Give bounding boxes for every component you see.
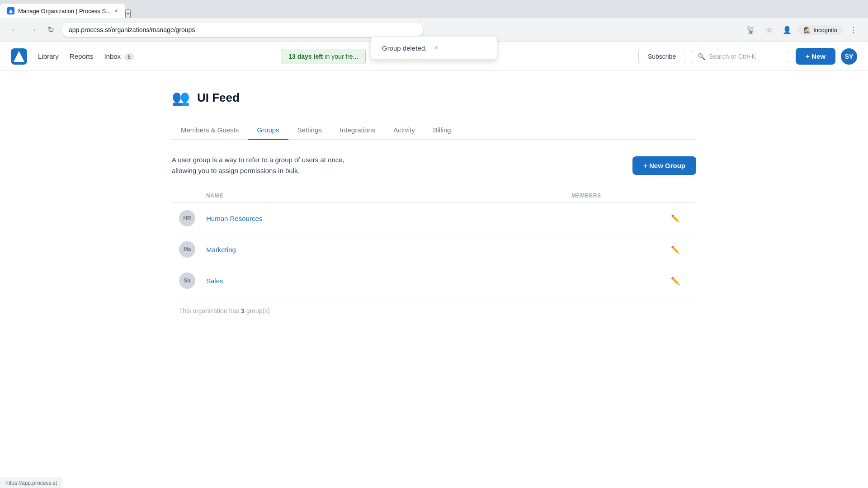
- tab-billing[interactable]: Billing: [424, 121, 460, 140]
- group-name-hr[interactable]: Human Resources: [206, 215, 571, 222]
- subscribe-button[interactable]: Subscribe: [638, 49, 685, 64]
- page-icon: 👥: [172, 89, 190, 106]
- search-box[interactable]: 🔍 Search or Ctrl+K: [691, 50, 790, 63]
- back-button[interactable]: ←: [7, 23, 22, 37]
- group-avatar-sales: Sa: [179, 272, 195, 289]
- tab-favicon: [7, 7, 14, 14]
- tab-groups[interactable]: Groups: [248, 121, 288, 140]
- trial-text: in your fre...: [323, 53, 359, 60]
- table-row: Sa Sales ✏️: [172, 265, 696, 296]
- nav-library[interactable]: Library: [38, 51, 59, 62]
- toast-message: Group deleted.: [382, 44, 427, 52]
- new-button[interactable]: + New: [796, 48, 835, 65]
- tab-members[interactable]: Members & Guests: [172, 121, 248, 140]
- profile-button[interactable]: 👤: [780, 23, 794, 37]
- groups-footer: This organization has 3 group(s): [172, 307, 696, 314]
- avatar[interactable]: SY: [841, 48, 857, 65]
- group-name-marketing[interactable]: Marketing: [206, 246, 571, 253]
- tabs-container: Members & Guests Groups Settings Integra…: [172, 121, 696, 140]
- menu-button[interactable]: ⋮: [846, 23, 861, 37]
- search-placeholder: Search or Ctrl+K: [709, 53, 756, 60]
- browser-actions: 📡 ☆ 👤 🕵️ Incognito ⋮: [744, 23, 861, 37]
- refresh-button[interactable]: ↻: [43, 23, 58, 37]
- status-url: https://app.process.st: [5, 480, 57, 486]
- tab-settings[interactable]: Settings: [288, 121, 331, 140]
- col-spacer: [179, 192, 206, 199]
- nav-reports[interactable]: Reports: [70, 51, 94, 62]
- edit-button-hr[interactable]: ✏️: [662, 212, 689, 225]
- trial-bold: 13 days left: [288, 53, 323, 60]
- nav-inbox[interactable]: Inbox 6: [104, 51, 134, 62]
- incognito-button[interactable]: 🕵️ Incognito: [798, 25, 843, 35]
- description-line1: A user group is a way to refer to a grou…: [172, 155, 344, 165]
- group-avatar-hr: HR: [179, 210, 195, 226]
- col-members: MEMBERS: [571, 192, 662, 199]
- tab-integrations[interactable]: Integrations: [331, 121, 384, 140]
- groups-description: A user group is a way to refer to a grou…: [172, 155, 344, 176]
- table-header: NAME MEMBERS: [172, 189, 696, 203]
- page-header: 👥 UI Feed: [172, 89, 696, 106]
- close-tab-button[interactable]: ×: [114, 7, 118, 14]
- footer-count: 3: [241, 307, 245, 314]
- svg-marker-0: [9, 9, 13, 13]
- groups-header: A user group is a way to refer to a grou…: [172, 155, 696, 176]
- status-bar: https://app.process.st: [0, 478, 62, 488]
- header-right: Subscribe 🔍 Search or Ctrl+K + New SY: [638, 48, 857, 65]
- tab-activity[interactable]: Activity: [384, 121, 424, 140]
- forward-button[interactable]: →: [25, 23, 40, 37]
- col-name: NAME: [206, 192, 571, 199]
- active-tab[interactable]: Manage Organization | Process S... ×: [0, 4, 125, 18]
- bookmark-button[interactable]: ☆: [762, 23, 776, 37]
- app-logo[interactable]: [11, 48, 27, 65]
- toast-container: Group deleted. ×: [371, 36, 497, 60]
- toast-close-button[interactable]: ×: [434, 44, 438, 52]
- edit-button-marketing[interactable]: ✏️: [662, 244, 689, 256]
- incognito-label: Incognito: [813, 27, 837, 33]
- group-avatar-marketing: Ma: [179, 241, 195, 258]
- group-name-sales[interactable]: Sales: [206, 277, 571, 285]
- incognito-icon: 🕵️: [803, 27, 811, 33]
- new-group-button[interactable]: + New Group: [632, 156, 696, 175]
- footer-suffix: group(s): [245, 307, 270, 314]
- search-icon: 🔍: [698, 53, 705, 60]
- toast: Group deleted. ×: [371, 36, 497, 60]
- tab-bar: Manage Organization | Process S... × +: [0, 0, 868, 18]
- new-tab-button[interactable]: +: [125, 9, 131, 18]
- cast-button[interactable]: 📡: [744, 23, 758, 37]
- url-input[interactable]: [61, 23, 423, 37]
- footer-prefix: This organization has: [179, 307, 241, 314]
- main-content: 👥 UI Feed Members & Guests Groups Settin…: [118, 71, 750, 333]
- description-line2: allowing you to assign permissions in bu…: [172, 165, 344, 176]
- inbox-count: 6: [124, 53, 134, 61]
- table-row: Ma Marketing ✏️: [172, 234, 696, 265]
- tab-title: Manage Organization | Process S...: [18, 8, 111, 14]
- groups-table: NAME MEMBERS HR Human Resources ✏️ Ma Ma…: [172, 189, 696, 296]
- col-actions: [662, 192, 689, 199]
- page-title: UI Feed: [197, 91, 240, 105]
- trial-banner: 13 days left in your fre...: [281, 49, 366, 64]
- inbox-label: Inbox: [104, 52, 121, 60]
- edit-button-sales[interactable]: ✏️: [662, 275, 689, 287]
- table-row: HR Human Resources ✏️: [172, 203, 696, 234]
